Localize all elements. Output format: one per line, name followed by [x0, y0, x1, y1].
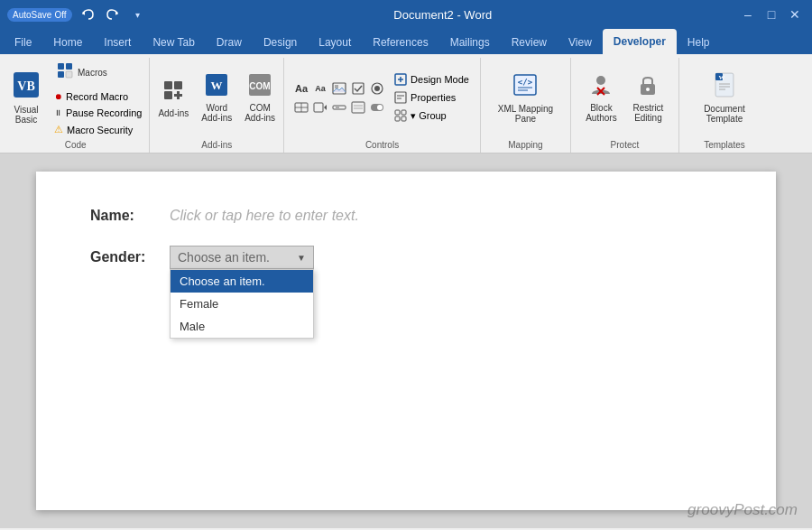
svg-text:W: W: [718, 74, 724, 81]
mapping-group-content: </> XML MappingPane: [484, 58, 567, 137]
tab-home[interactable]: Home: [42, 31, 93, 54]
tab-layout[interactable]: Layout: [308, 31, 362, 54]
gender-field-text: Choose an item.: [178, 250, 290, 265]
tab-file[interactable]: File: [4, 31, 42, 54]
document-template-label: DocumentTemplate: [704, 104, 745, 124]
svg-rect-5: [66, 63, 72, 70]
properties-label: Properties: [411, 92, 456, 103]
watermark: groovyPost.com: [687, 501, 798, 519]
tab-references[interactable]: References: [362, 31, 438, 54]
properties-icon: [394, 91, 407, 104]
block-authors-label: BlockAuthors: [586, 103, 616, 123]
svg-rect-19: [353, 83, 364, 94]
svg-point-33: [377, 105, 383, 110]
templates-group-label: Templates: [683, 137, 766, 153]
ctrl-listbox[interactable]: [348, 98, 368, 116]
ctrl-scroll[interactable]: [329, 98, 349, 116]
svg-marker-26: [324, 105, 327, 110]
code-sub-group: Macros ⏺ Record Macro ⏸ Pause Recording …: [51, 58, 145, 137]
xml-mapping-icon: </>: [512, 71, 539, 103]
svg-rect-41: [401, 110, 406, 115]
design-mode-button[interactable]: Design Mode: [391, 71, 473, 88]
svg-point-48: [596, 76, 605, 85]
name-input[interactable]: Click or tap here to enter text.: [170, 208, 359, 224]
tab-mailings[interactable]: Mailings: [439, 31, 501, 54]
macro-security-label: Macro Security: [67, 125, 133, 135]
ctrl-toggle[interactable]: [367, 98, 387, 116]
svg-rect-37: [395, 92, 406, 103]
properties-button[interactable]: Properties: [391, 89, 473, 106]
tab-view[interactable]: View: [558, 31, 603, 54]
svg-rect-6: [58, 71, 64, 78]
tab-draw[interactable]: Draw: [206, 31, 253, 54]
record-macro-label: Record Macro: [66, 91, 128, 102]
svg-rect-7: [66, 71, 72, 78]
add-ins-label: Add-ins: [158, 108, 189, 118]
visual-basic-button[interactable]: VB VisualBasic: [5, 58, 47, 137]
controls-right-buttons: Design Mode Properties ▾ Group: [391, 71, 473, 124]
ribbon-group-protect: BlockAuthors RestrictEditing Protect: [571, 58, 679, 153]
customize-quick-access-button[interactable]: ▾: [128, 5, 148, 24]
block-authors-icon: [588, 72, 614, 102]
tab-help[interactable]: Help: [677, 31, 721, 54]
tab-insert[interactable]: Insert: [93, 31, 142, 54]
document-template-button[interactable]: W DocumentTemplate: [699, 69, 750, 126]
word-add-ins-button[interactable]: W WordAdd-ins: [197, 70, 236, 126]
ctrl-img[interactable]: [329, 79, 349, 98]
ctrl-option[interactable]: [367, 79, 387, 98]
gender-dropdown-field[interactable]: Choose an item. ▼: [170, 246, 314, 269]
macros-label: Macros: [78, 68, 107, 78]
gender-label: Gender:: [90, 249, 162, 265]
dropdown-item-choose[interactable]: Choose an item.: [171, 270, 313, 293]
visual-basic-label: VisualBasic: [14, 105, 38, 125]
dropdown-item-female[interactable]: Female: [171, 293, 313, 315]
minimize-button[interactable]: –: [738, 5, 758, 24]
gender-dropdown-arrow[interactable]: ▼: [297, 253, 306, 263]
controls-icons-grid: Aa Aa: [291, 79, 385, 116]
tab-developer[interactable]: Developer: [603, 29, 677, 54]
design-mode-label: Design Mode: [411, 74, 469, 85]
record-macro-icon: ⏺: [54, 92, 62, 101]
gender-container: Choose an item. ▼ Choose an item. Female…: [170, 246, 314, 269]
ctrl-Aa-2[interactable]: Aa: [310, 79, 330, 98]
tab-design[interactable]: Design: [253, 31, 308, 54]
restrict-editing-button[interactable]: RestrictEditing: [625, 70, 670, 126]
ctrl-check[interactable]: [348, 79, 368, 98]
ctrl-Aa-1[interactable]: Aa: [291, 79, 311, 98]
tab-newtab[interactable]: New Tab: [142, 31, 205, 54]
svg-rect-43: [401, 116, 406, 121]
svg-point-52: [646, 88, 650, 91]
ribbon-group-controls: Aa Aa: [284, 58, 481, 153]
name-row: Name: Click or tap here to enter text.: [90, 208, 722, 224]
restore-button[interactable]: □: [761, 5, 781, 24]
tab-review[interactable]: Review: [501, 31, 558, 54]
undo-button[interactable]: [78, 5, 97, 24]
xml-mapping-pane-button[interactable]: </> XML MappingPane: [489, 69, 561, 126]
ribbon-group-code: VB VisualBasic Macros: [2, 58, 150, 153]
restrict-editing-icon: [635, 72, 660, 102]
com-add-ins-label: COMAdd-ins: [245, 103, 275, 123]
document-template-icon: W: [711, 71, 738, 103]
group-button[interactable]: ▾ Group: [391, 107, 473, 124]
autosave-toggle[interactable]: AutoSave Off: [7, 8, 72, 22]
svg-text:VB: VB: [17, 79, 34, 93]
macro-security-button[interactable]: ⚠ Macro Security: [51, 122, 145, 137]
restrict-editing-label: RestrictEditing: [632, 103, 663, 123]
gender-row: Gender: Choose an item. ▼ Choose an item…: [90, 246, 722, 269]
dropdown-item-male[interactable]: Male: [171, 315, 313, 338]
gender-dropdown-menu: Choose an item. Female Male: [170, 269, 314, 339]
mapping-group-label: Mapping: [484, 137, 567, 153]
ctrl-list[interactable]: [291, 98, 311, 116]
ctrl-spin[interactable]: [310, 98, 330, 116]
record-macro-button[interactable]: ⏺ Record Macro: [51, 89, 145, 104]
pause-recording-button[interactable]: ⏸ Pause Recording: [51, 106, 145, 120]
ribbon-group-addins: Add-ins W WordAdd-ins COM: [150, 58, 284, 153]
com-add-ins-button[interactable]: COM COMAdd-ins: [240, 70, 280, 126]
macros-button[interactable]: Macros: [51, 58, 145, 88]
close-button[interactable]: ✕: [785, 5, 805, 24]
redo-button[interactable]: [103, 5, 123, 24]
block-authors-button[interactable]: BlockAuthors: [578, 70, 623, 126]
ribbon: VB VisualBasic Macros: [0, 54, 812, 153]
pause-recording-label: Pause Recording: [66, 107, 142, 118]
add-ins-button[interactable]: Add-ins: [153, 75, 193, 121]
